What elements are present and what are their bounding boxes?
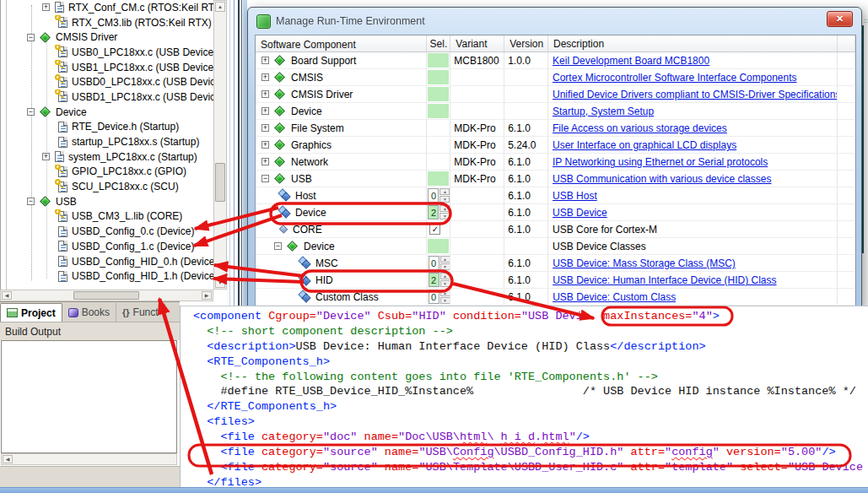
row-cmsis-driver[interactable]: +CMSIS Driver Unified Device Drivers com… xyxy=(256,86,855,103)
row-usb-core[interactable]: CORE ✓ 6.1.0 USB Core for Cortex-M xyxy=(256,221,855,238)
description-link[interactable]: USB Device: Human Interface Device (HID)… xyxy=(553,274,776,286)
tab-books[interactable]: Books xyxy=(62,303,116,322)
expander-plus-icon[interactable]: + xyxy=(261,57,269,64)
tree-item-usbd1[interactable]: USBD1_LPC18xx.c (USB Device: xyxy=(8,89,213,105)
tree-item-scu[interactable]: SCU_LPC18xx.c (SCU) xyxy=(8,179,213,194)
spinner-down-icon[interactable]: ▼ xyxy=(440,280,450,287)
tree-item-usbd-config-hid-1[interactable]: USBD_Config_HID_1.h (Device: xyxy=(8,268,213,284)
tree-item-rte-device[interactable]: RTE_Device.h (Startup) xyxy=(8,120,213,135)
expander-plus-icon[interactable]: + xyxy=(261,141,269,149)
expander-minus-icon[interactable]: − xyxy=(27,198,35,205)
tree-group-device[interactable]: − Device xyxy=(8,105,213,120)
expander-plus-icon[interactable]: + xyxy=(42,3,50,11)
row-board-support[interactable]: +Board Support MCB1800 1.0.0 Keil Develo… xyxy=(256,52,855,69)
tree-item-startup[interactable]: startup_LPC18xx.s (Startup) xyxy=(8,134,213,149)
scrollbar-thumb[interactable] xyxy=(215,163,225,202)
tab-functions[interactable]: {} Funct xyxy=(116,303,165,322)
expander-minus-icon[interactable]: − xyxy=(274,242,282,250)
tree-item-usb-cm3-lib[interactable]: USB_CM3_L.lib (CORE) xyxy=(8,209,213,225)
row-usb-host[interactable]: Host 0▲▼ 6.1.0 USB Host xyxy=(256,187,855,204)
instance-spinner[interactable]: 2▲▼ xyxy=(429,273,450,287)
tab-project[interactable]: Project xyxy=(0,303,62,322)
tree-item-usb0[interactable]: USB0_LPC18xx.c (USB Device:U xyxy=(8,45,213,60)
description-link[interactable]: USB Device: Custom Class xyxy=(553,291,676,303)
expander-plus-icon[interactable]: + xyxy=(261,158,269,165)
spinner-up-icon[interactable]: ▲ xyxy=(440,256,450,263)
spinner-down-icon[interactable]: ▼ xyxy=(439,213,450,219)
tree-item-rtx-lib[interactable]: RTX_CM3.lib (RTOS:Keil RTX) xyxy=(8,15,213,30)
description-link[interactable]: IP Networking using Ethernet or Serial p… xyxy=(553,156,768,168)
row-usb-msc[interactable]: MSC 0▲▼ 6.1.0 USB Device: Mass Storage C… xyxy=(256,255,855,272)
instance-spinner[interactable]: 0▲▼ xyxy=(428,188,450,203)
description-link[interactable]: USB Device xyxy=(553,207,607,219)
col-version[interactable]: Version xyxy=(504,35,548,51)
row-device-startup[interactable]: +Device Startup, System Setup xyxy=(256,103,855,120)
table-header[interactable]: Software Component Sel. Variant Version … xyxy=(256,35,855,52)
col-variant[interactable]: Variant xyxy=(450,35,504,51)
dialog-titlebar[interactable]: Manage Run-Time Environment xyxy=(248,8,861,35)
row-usb-device[interactable]: Device 2▲▼ 6.1.0 USB Device xyxy=(256,204,855,221)
description-link[interactable]: Startup, System Setup xyxy=(553,106,654,117)
tree-item-usbd0[interactable]: USBD0_LPC18xx.c (USB Device: xyxy=(8,74,213,89)
row-network[interactable]: +Network MDK-Pro 6.1.0 IP Networking usi… xyxy=(256,154,855,171)
tree-item-gpio[interactable]: GPIO_LPC18xx.c (GPIO) xyxy=(8,165,213,180)
scroll-left-icon[interactable]: ◀ xyxy=(2,291,12,300)
tree-item-usbd-config-hid-0[interactable]: USBD_Config_HID_0.h (Device: xyxy=(8,254,213,269)
expander-plus-icon[interactable]: + xyxy=(261,107,269,115)
build-output-scrollbar[interactable]: ◀ xyxy=(1,453,177,465)
description-link[interactable]: User Interface on graphical LCD displays xyxy=(553,139,736,151)
tree-horizontal-scrollbar[interactable]: ◀ ▶ xyxy=(0,290,213,301)
tree-item-usb1[interactable]: USB1_LPC18xx.c (USB Device:U xyxy=(8,60,213,75)
scroll-right-icon[interactable]: ▶ xyxy=(202,291,212,300)
tree-item-rtx-conf[interactable]: + RTX_Conf_CM.c (RTOS:Keil RT xyxy=(8,0,213,15)
spinner-up-icon[interactable]: ▲ xyxy=(440,290,450,296)
scrollbar-thumb[interactable] xyxy=(73,291,139,300)
description-link[interactable]: File Access on various storage devices xyxy=(553,122,727,134)
instance-spinner[interactable]: 2▲▼ xyxy=(428,205,450,219)
description-link[interactable]: USB Communication with various device cl… xyxy=(553,173,771,185)
expander-minus-icon[interactable]: − xyxy=(261,175,269,182)
description-link[interactable]: USB Host xyxy=(553,190,597,202)
row-usb[interactable]: −USB MDK-Pro 6.1.0 USB Communication wit… xyxy=(256,171,855,187)
expander-minus-icon[interactable]: − xyxy=(27,108,35,116)
expander-plus-icon[interactable]: + xyxy=(42,153,50,160)
build-output-pane[interactable] xyxy=(1,340,177,453)
instance-spinner[interactable]: 0▲▼ xyxy=(429,290,450,304)
row-usb-custom-class[interactable]: Custom Class 0▲▼ 6.1.0 USB Device: Custo… xyxy=(256,289,855,306)
spinner-up-icon[interactable]: ▲ xyxy=(439,188,450,195)
close-button[interactable]: ✕ xyxy=(827,11,853,27)
description-link[interactable]: Unified Device Drivers compliant to CMSI… xyxy=(553,89,838,100)
row-graphics[interactable]: +Graphics MDK-Pro 5.24.0 User Interface … xyxy=(256,137,855,154)
col-description[interactable]: Description xyxy=(548,35,838,51)
row-cmsis[interactable]: +CMSIS Cortex Microcontroller Software I… xyxy=(256,69,855,86)
spinner-down-icon[interactable]: ▼ xyxy=(440,263,450,270)
tree-item-usbd-config-1[interactable]: USBD_Config_1.c (Device) xyxy=(8,239,213,254)
scroll-down-icon[interactable]: ▼ xyxy=(215,278,225,288)
row-usb-device-classes[interactable]: −Device USB Device Classes xyxy=(256,238,855,255)
expander-plus-icon[interactable]: + xyxy=(261,124,269,132)
col-software-component[interactable]: Software Component xyxy=(256,35,427,51)
checkbox-checked[interactable]: ✓ xyxy=(429,224,440,235)
expander-plus-icon[interactable]: + xyxy=(261,73,269,81)
tree-vertical-scrollbar[interactable]: ▲ ▼ xyxy=(213,0,227,290)
description-link[interactable]: Keil Development Board MCB1800 xyxy=(553,55,709,67)
tree-item-system[interactable]: + system_LPC18xx.c (Startup) xyxy=(8,149,213,165)
tree-item-usbd-config-0[interactable]: USBD_Config_0.c (Device) xyxy=(8,224,213,239)
row-usb-hid[interactable]: HID 2▲▼ 6.1.0 USB Device: Human Interfac… xyxy=(256,272,855,289)
spinner-down-icon[interactable]: ▼ xyxy=(439,196,450,203)
description-link[interactable]: USB Device: Mass Storage Class (MSC) xyxy=(553,257,736,269)
spinner-up-icon[interactable]: ▲ xyxy=(440,273,450,279)
spinner-up-icon[interactable]: ▲ xyxy=(439,205,450,212)
scroll-left-icon[interactable]: ◀ xyxy=(3,455,13,463)
col-sel[interactable]: Sel. xyxy=(427,35,450,51)
tree-group-cmsis-driver[interactable]: − CMSIS Driver xyxy=(8,30,213,45)
description-link[interactable]: Cortex Microcontroller Software Interfac… xyxy=(553,72,796,84)
component-icon xyxy=(278,190,291,202)
spinner-down-icon[interactable]: ▼ xyxy=(440,297,450,304)
tree-group-usb[interactable]: − USB xyxy=(8,194,213,209)
expander-minus-icon[interactable]: − xyxy=(27,34,35,41)
scroll-up-icon[interactable]: ▲ xyxy=(215,2,225,12)
instance-spinner[interactable]: 0▲▼ xyxy=(429,256,450,270)
expander-plus-icon[interactable]: + xyxy=(261,90,269,98)
row-file-system[interactable]: +File System MDK-Pro 6.1.0 File Access o… xyxy=(256,120,855,137)
